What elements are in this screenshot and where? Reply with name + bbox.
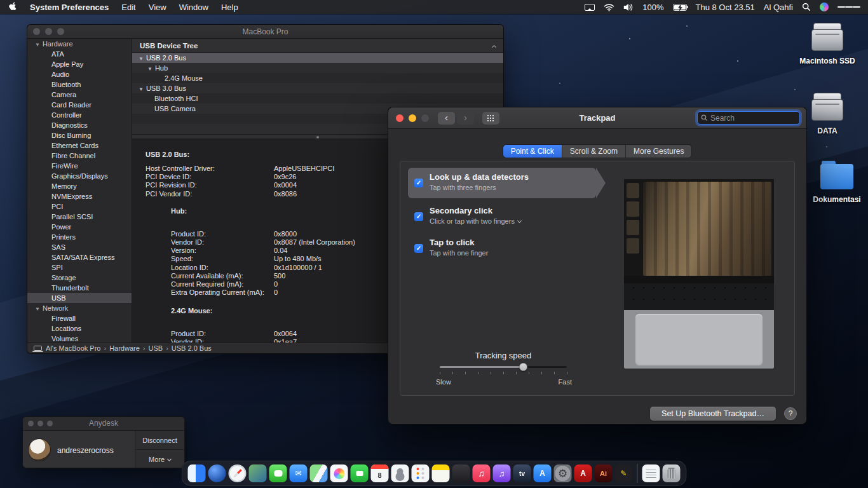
screen-mirroring-icon[interactable] [585,4,595,11]
breadcrumb-item[interactable]: Al's MacBook Pro [46,344,100,352]
sidebar-item-audio[interactable]: Audio [27,69,132,79]
usb-device-tree-header[interactable]: USB Device Tree [132,39,503,53]
sidebar-item-firewall[interactable]: Firewall [27,313,132,323]
breadcrumb-item[interactable]: Hardware [109,344,140,352]
dock-music-icon[interactable]: ♫ [473,464,491,482]
dock-mail-icon[interactable]: ✉ [290,464,308,482]
dock-system-preferences-icon[interactable]: ⚙ [554,464,572,482]
sidebar-item-parallel-scsi[interactable]: Parallel SCSI [27,212,132,222]
tree-row-24g-mouse[interactable]: 2.4G Mouse [132,73,503,83]
tree-row-usb3-bus[interactable]: ▼USB 3.0 Bus [132,83,503,93]
sidebar-section-hardware[interactable]: ▼Hardware [27,39,132,49]
zoom-button[interactable] [57,28,64,35]
secondary-click-dropdown[interactable]: Click or tap with two fingers [430,217,521,225]
menu-edit[interactable]: Edit [121,3,135,12]
dock-messages-icon[interactable] [269,464,287,482]
lookup-checkbox[interactable]: ✓ [414,179,423,187]
dock-siri-globe-icon[interactable] [208,464,226,482]
sidebar-item-bluetooth[interactable]: Bluetooth [27,79,132,90]
dock-finder-icon[interactable] [188,464,206,482]
sidebar-item-storage[interactable]: Storage [27,273,132,283]
dock-textedit-icon[interactable] [642,464,660,482]
desktop-icon-dokumentasi[interactable]: Dokumentasi [802,164,868,204]
disconnect-button[interactable]: Disconnect [135,431,184,450]
sidebar-item-sas[interactable]: SAS [27,242,132,252]
dock-reminders-icon[interactable] [412,464,430,482]
tree-row-usb2-bus[interactable]: ▼USB 2.0 Bus [132,53,503,63]
sidebar-item-usb[interactable]: USB [27,293,132,303]
disclosure-icon[interactable]: ▼ [139,56,144,62]
dock-preview-icon[interactable] [249,464,267,482]
dock-facetime-icon[interactable] [351,464,369,482]
sidebar-item-memory[interactable]: Memory [27,181,132,191]
menu-help[interactable]: Help [221,3,238,12]
setup-bluetooth-trackpad-button[interactable]: Set Up Bluetooth Trackpad… [650,407,776,421]
tap-to-click-checkbox[interactable]: ✓ [414,244,423,253]
wifi-icon[interactable] [604,3,614,11]
breadcrumb-item[interactable]: USB 2.0 Bus [172,344,212,352]
menu-view[interactable]: View [149,3,166,12]
siri-icon[interactable] [820,3,829,11]
dock-adobe-illustrator-icon[interactable]: Ai [595,464,613,482]
dock-tv-icon[interactable]: tv [513,464,531,482]
dock-photos-icon[interactable] [330,464,348,482]
dock-adobe-acrobat-icon[interactable]: A [574,464,592,482]
sidebar-item-controller[interactable]: Controller [27,110,132,120]
sidebar-item-locations[interactable]: Locations [27,323,132,334]
volume-icon[interactable] [623,3,634,11]
sidebar-item-fibre-channel[interactable]: Fibre Channel [27,151,132,161]
dock-safari-icon[interactable] [229,464,247,482]
sidebar-item-disc-burning[interactable]: Disc Burning [27,130,132,140]
tree-row-hub[interactable]: ▼Hub [132,63,503,73]
sidebar-item-firewire[interactable]: FireWire [27,161,132,171]
sidebar-item-power[interactable]: Power [27,222,132,232]
sidebar-item-spi[interactable]: SPI [27,262,132,273]
dock-app-store-icon[interactable]: A [534,464,552,482]
sidebar-item-diagnostics[interactable]: Diagnostics [27,120,132,130]
disclosure-icon[interactable]: ▼ [35,306,40,312]
more-button[interactable]: More [135,450,184,469]
menu-window[interactable]: Window [179,3,208,12]
tree-row-bluetooth-hci[interactable]: Bluetooth HCI [132,93,503,104]
sidebar-item-graphics-displays[interactable]: Graphics/Displays [27,171,132,181]
trackpad-titlebar[interactable]: ‹ › Trackpad [388,107,806,129]
breadcrumb-item[interactable]: USB [149,344,163,352]
sidebar-item-pci[interactable]: PCI [27,201,132,212]
dock-sketch-icon[interactable]: ✎ [615,464,633,482]
sidebar-item-apple-pay[interactable]: Apple Pay [27,59,132,69]
dock-trash-icon[interactable] [663,464,681,482]
menu-clock[interactable]: Thu 8 Oct 23.51 [696,3,755,12]
sidebar-item-ata[interactable]: ATA [27,49,132,59]
sidebar-item-sata[interactable]: SATA/SATA Express [27,252,132,262]
tracking-speed-slider[interactable] [440,366,567,368]
battery-icon[interactable] [673,4,687,11]
disclosure-icon[interactable]: ▼ [35,42,40,48]
dock-contacts-icon[interactable] [391,464,409,482]
app-menu-title[interactable]: System Preferences [30,3,109,12]
spotlight-icon[interactable] [802,3,811,11]
secondary-click-checkbox[interactable]: ✓ [414,212,423,221]
user-menu[interactable]: Al Qahfi [764,3,793,12]
sidebar-item-printers[interactable]: Printers [27,232,132,242]
sidebar-item-nvmexpress[interactable]: NVMExpress [27,191,132,201]
tab-more-gestures[interactable]: More Gestures [625,145,691,158]
sidebar-item-camera[interactable]: Camera [27,90,132,100]
sidebar-item-thunderbolt[interactable]: Thunderbolt [27,283,132,293]
close-button[interactable] [33,28,40,35]
minimize-button[interactable] [45,28,52,35]
dock-notes-icon[interactable] [432,464,450,482]
sidebar-section-network[interactable]: ▼Network [27,303,132,313]
tab-point-and-click[interactable]: Point & Click [503,145,562,158]
notification-center-icon[interactable] [837,5,860,9]
slider-thumb[interactable] [519,363,527,371]
dock-maps-icon[interactable] [310,464,328,482]
desktop-icon-macintosh-ssd[interactable]: Macintosh SSD [792,23,862,65]
search-field[interactable] [697,111,800,125]
help-button[interactable]: ? [784,407,797,420]
sidebar-item-ethernet-cards[interactable]: Ethernet Cards [27,140,132,151]
disclosure-icon[interactable]: ▼ [147,66,153,72]
collapse-icon[interactable] [492,45,496,50]
system-info-titlebar[interactable]: MacBook Pro [27,25,503,39]
disclosure-icon[interactable]: ▼ [139,86,144,92]
dock-calendar-icon[interactable]: 8 [371,464,389,482]
